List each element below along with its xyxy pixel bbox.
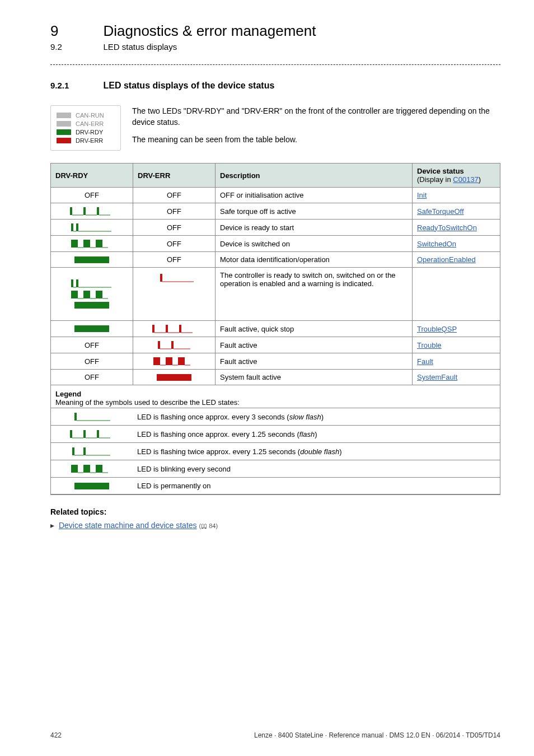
cell-rdy <box>51 268 133 321</box>
table-row: OFF Safe torque off is active SafeTorque… <box>51 203 500 220</box>
svg-rect-47 <box>178 357 185 365</box>
svg-rect-12 <box>71 240 78 248</box>
svg-rect-30 <box>160 274 162 282</box>
status-link[interactable]: Fault <box>417 357 433 366</box>
legend-can-run: CAN-RUN <box>57 112 113 119</box>
arrow-icon: ▸ <box>50 521 54 530</box>
cell-desc: Device is switched on <box>216 236 413 252</box>
svg-rect-68 <box>74 483 109 489</box>
swatch-icon <box>57 121 71 127</box>
th-drv-rdy: DRV-RDY <box>51 164 133 188</box>
table-row: OFF Device is ready to start ReadyToSwit… <box>51 220 500 236</box>
cell-rdy <box>51 236 133 252</box>
led-legend-box: CAN-RUN CAN-ERR DRV-RDY DRV-ERR <box>50 105 121 151</box>
svg-rect-54 <box>83 430 86 438</box>
chapter-number: 9 <box>50 22 101 40</box>
cell-status: Trouble <box>413 337 500 353</box>
svg-rect-18 <box>74 256 109 263</box>
status-link[interactable]: SwitchedOn <box>417 240 456 248</box>
status-link[interactable]: TroubleQSP <box>417 325 457 333</box>
cell-err: OFF <box>133 252 216 268</box>
status-link[interactable]: Trouble <box>417 341 442 349</box>
svg-rect-43 <box>153 357 160 365</box>
svg-rect-41 <box>171 341 174 349</box>
th-close: ) <box>479 175 481 184</box>
cell-err: OFF <box>133 203 216 220</box>
related-heading: Related topics: <box>50 507 106 516</box>
cell-err: OFF <box>133 220 216 236</box>
divider <box>50 64 500 65</box>
svg-rect-8 <box>71 223 73 231</box>
legend-text: LED is permanently on <box>133 478 500 494</box>
legend-row: LED is permanently on <box>51 478 500 494</box>
legend-can-err: CAN-ERR <box>57 120 113 127</box>
cell-status: Init <box>413 188 500 203</box>
legend-section: Legend Meaning of the symbols used to de… <box>50 385 500 495</box>
led-pattern-icon <box>67 482 117 490</box>
cell-status <box>413 268 500 321</box>
legend-row: LED is flashing once approx. every 1.25 … <box>51 426 500 443</box>
cell-status: ReadyToSwitchOn <box>413 220 500 236</box>
legend-row: LED is blinking every second <box>51 460 500 478</box>
section-number: 9.2 <box>50 42 101 52</box>
cell-rdy: OFF <box>51 353 133 370</box>
status-link[interactable]: SafeTorqueOff <box>417 207 464 216</box>
legend-row: LED is flashing once approx. every 3 sec… <box>51 408 500 426</box>
legend-text: LED is flashing twice approx. every 1.25… <box>133 443 500 460</box>
cell-err: OFF <box>133 236 216 252</box>
related-link[interactable]: Device state machine and device states <box>59 521 197 530</box>
led-pattern-icon <box>149 357 199 366</box>
svg-rect-39 <box>158 341 160 349</box>
swatch-icon <box>57 129 71 135</box>
cell-desc: OFF or initialisation active <box>216 188 413 203</box>
chapter-title: Diagnostics & error management <box>103 22 316 40</box>
th-status-text: Device status <box>417 167 464 175</box>
intro-p2: The meaning can be seen from the table b… <box>132 134 500 145</box>
cell-err <box>133 337 216 353</box>
led-pattern-icon <box>67 447 117 456</box>
cell-status: SwitchedOn <box>413 236 500 252</box>
svg-rect-60 <box>83 447 86 455</box>
led-pattern-icon <box>67 256 117 264</box>
svg-rect-50 <box>74 413 77 421</box>
status-link[interactable]: OperationEnabled <box>417 255 476 264</box>
svg-rect-4 <box>83 207 86 215</box>
legend-icon-cell <box>51 443 133 460</box>
svg-rect-14 <box>83 240 90 248</box>
cell-desc: System fault active <box>216 370 413 385</box>
table-row: OFF Motor data identification/operation … <box>51 252 500 268</box>
svg-rect-58 <box>72 447 74 455</box>
cell-rdy: OFF <box>51 188 133 203</box>
subsection-title: LED status displays of the device status <box>103 81 274 91</box>
svg-rect-21 <box>76 279 78 287</box>
legend-row: LED is flashing twice approx. every 1.25… <box>51 443 500 460</box>
legend-icon-cell <box>51 408 133 426</box>
svg-rect-64 <box>83 465 90 473</box>
legend-icon-cell <box>51 478 133 494</box>
footer-right: Lenze · 8400 StateLine · Reference manua… <box>254 731 500 739</box>
status-link[interactable]: Init <box>417 191 427 199</box>
cell-rdy: OFF <box>51 337 133 353</box>
intro-p1: The two LEDs "DRV-RDY" and "DRV-ERR" on … <box>132 105 500 128</box>
section-title: LED status displays <box>103 42 177 52</box>
page-footer: 422 Lenze · 8400 StateLine · Reference m… <box>50 731 500 739</box>
status-link[interactable]: SystemFault <box>417 373 457 381</box>
code-link[interactable]: C00137 <box>453 175 479 184</box>
led-pattern-icon <box>149 374 199 381</box>
cell-desc: Fault active, quick stop <box>216 321 413 337</box>
swatch-icon <box>57 113 71 118</box>
cell-err <box>133 353 216 370</box>
cell-status: OperationEnabled <box>413 252 500 268</box>
led-pattern-icon <box>67 279 117 288</box>
cell-err <box>133 321 216 337</box>
cell-desc: Safe torque off is active <box>216 203 413 220</box>
legend-text: LED is blinking every second <box>133 460 500 478</box>
cell-err: OFF <box>133 188 216 203</box>
cell-status: Fault <box>413 353 500 370</box>
led-pattern-icon <box>149 324 199 333</box>
svg-rect-23 <box>71 291 78 298</box>
svg-rect-37 <box>179 325 181 333</box>
svg-rect-29 <box>74 302 109 309</box>
status-link[interactable]: ReadyToSwitchOn <box>417 223 477 232</box>
led-pattern-icon <box>67 412 117 421</box>
